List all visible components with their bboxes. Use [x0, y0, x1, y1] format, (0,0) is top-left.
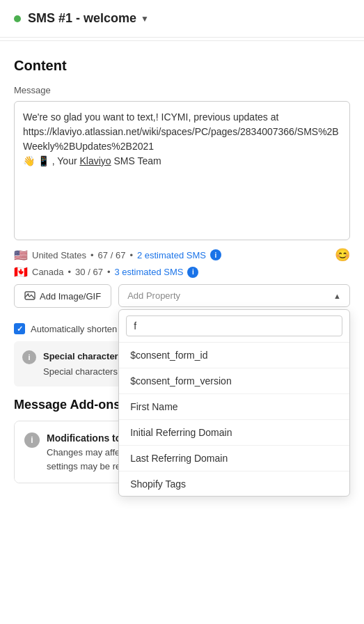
add-property-wrapper: Add Property ▲ $consent_form_id $consent… [118, 284, 350, 308]
us-label: United States [32, 250, 86, 260]
svg-point-1 [27, 293, 29, 295]
message-text: We're so glad you want to text,! ICYMI, … [23, 110, 341, 169]
add-property-chevron-icon: ▲ [333, 292, 341, 300]
add-image-label: Add Image/GIF [40, 291, 101, 302]
us-count: 67 / 67 [98, 250, 126, 260]
section-title: Content [14, 58, 350, 74]
us-info-icon[interactable]: i [210, 249, 221, 260]
title-text: SMS #1 - welcome [28, 11, 136, 26]
sms-counters: 🇺🇸 United States • 67 / 67 • 2 estimated… [14, 240, 350, 284]
header: SMS #1 - welcome ▼ [0, 0, 364, 38]
dropdown-list: $consent_form_id $consent_form_version F… [119, 343, 349, 496]
message-label: Message [14, 85, 350, 95]
dropdown-item-first-name[interactable]: First Name [119, 394, 349, 420]
us-separator2: • [129, 250, 133, 260]
toolbar-row: Add Image/GIF Add Property ▲ $consent_fo… [14, 284, 350, 308]
page-title: SMS #1 - welcome ▼ [28, 11, 149, 26]
ca-sms-estimate: 3 estimated SMS [114, 267, 183, 277]
us-separator: • [90, 250, 94, 260]
us-sms-estimate: 2 estimated SMS [137, 250, 206, 260]
us-counter-row: 🇺🇸 United States • 67 / 67 • 2 estimated… [14, 247, 350, 263]
dropdown-item-consent-form-version[interactable]: $consent_form_version [119, 368, 349, 394]
ca-count: 30 / 67 [75, 267, 103, 277]
ca-info-icon[interactable]: i [187, 267, 198, 278]
title-chevron-icon[interactable]: ▼ [141, 14, 149, 24]
emoji-icon[interactable]: 😊 [335, 247, 350, 263]
property-dropdown: $consent_form_id $consent_form_version F… [118, 309, 350, 497]
message-box[interactable]: We're so glad you want to text,! ICYMI, … [14, 101, 350, 240]
status-indicator [14, 15, 21, 22]
image-gif-icon [24, 290, 35, 302]
ca-separator: • [68, 267, 72, 277]
addon-info-icon: i [24, 432, 40, 448]
auto-shorten-checkbox[interactable] [14, 323, 25, 334]
dropdown-item-initial-referring-domain[interactable]: Initial Referring Domain [119, 420, 349, 446]
property-search-input[interactable] [126, 315, 342, 336]
add-property-trigger[interactable]: Add Property ▲ [118, 284, 350, 307]
ca-separator2: • [107, 267, 111, 277]
ca-flag-icon: 🇨🇦 [14, 265, 28, 279]
header-divider [0, 40, 364, 41]
dropdown-item-last-referring-domain[interactable]: Last Referring Domain [119, 446, 349, 471]
content-section: Content Message We're so glad you want t… [0, 44, 364, 387]
notice-info-icon: i [22, 350, 36, 364]
add-property-label: Add Property [127, 290, 180, 301]
ca-counter-row: 🇨🇦 Canada • 30 / 67 • 3 estimated SMS i [14, 265, 350, 279]
dropdown-item-consent-form-id[interactable]: $consent_form_id [119, 343, 349, 368]
dropdown-search-container [119, 310, 349, 343]
us-flag-icon: 🇺🇸 [14, 249, 28, 262]
dropdown-item-shopify-tags[interactable]: Shopify Tags [119, 471, 349, 496]
add-image-button[interactable]: Add Image/GIF [14, 284, 111, 308]
ca-label: Canada [32, 267, 64, 277]
